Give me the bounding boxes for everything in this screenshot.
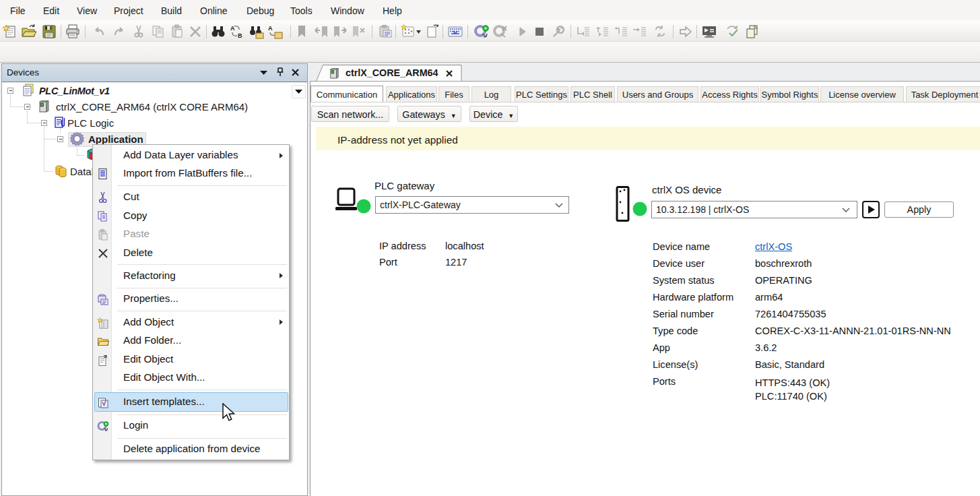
svg-text:A: A: [268, 25, 273, 32]
svg-text:B: B: [238, 32, 242, 39]
